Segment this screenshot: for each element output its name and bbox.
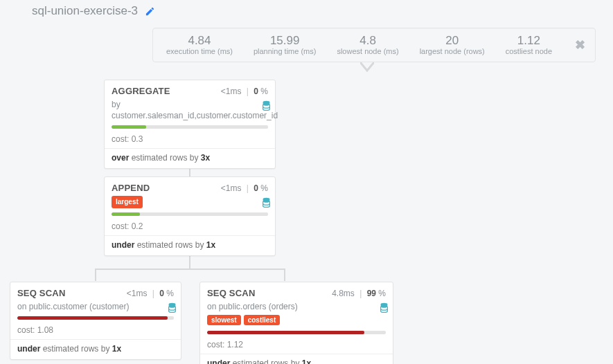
stat-largest-node[interactable]: 20 largest node (rows) [414,35,490,56]
tag-costliest: costliest [244,315,281,325]
node-bar [17,316,174,320]
node-bar [207,331,386,334]
node-metrics: <1ms | 0 % [221,87,268,96]
node-cost: cost: 1.12 [200,337,393,354]
database-icon[interactable] [168,302,177,316]
node-estimate: under estimated rows by 1x [105,236,275,255]
node-metrics: 4.8ms | 99 % [332,289,386,298]
node-cost: cost: 0.2 [105,219,275,236]
stats-bar: 4.84 execution time (ms) 15.99 planning … [152,28,596,62]
node-cost: cost: 1.08 [10,322,181,340]
node-operation: SEQ SCAN [17,288,66,298]
database-icon[interactable] [262,100,271,113]
stat-value: 4.84 [166,35,233,48]
stat-planning-time[interactable]: 15.99 planning time (ms) [248,35,321,56]
plan-node-append[interactable]: APPEND <1ms | 0 % largest cost: 0.2 unde… [104,176,276,256]
connector-line [189,256,190,269]
stat-label: execution time (ms) [166,47,233,55]
node-operation: APPEND [112,183,150,193]
node-subline: on public.customer (customer) [17,302,129,311]
database-icon[interactable] [262,197,271,210]
stat-label: planning time (ms) [254,47,316,55]
node-estimate: under estimated rows by 1x [10,340,181,359]
node-estimate: under estimated rows by 1x [200,354,393,364]
chevron-down-icon [360,62,374,72]
node-subline: on public.orders (orders) [207,302,298,311]
stat-label: slowest node (ms) [337,47,398,55]
node-operation: SEQ SCAN [207,288,256,298]
plan-node-seqscan-customer[interactable]: SEQ SCAN <1ms | 0 % on public.customer (… [10,282,181,360]
stat-slowest-node[interactable]: 4.8 slowest node (ms) [331,35,404,56]
stat-costliest-node[interactable]: 1.12 costliest node [500,35,558,56]
stat-label: costliest node [506,47,552,55]
stat-label: largest node (rows) [420,47,485,55]
node-operation: AGGREGATE [112,86,170,96]
stat-execution-time[interactable]: 4.84 execution time (ms) [161,35,238,56]
plan-node-seqscan-orders[interactable]: SEQ SCAN 4.8ms | 99 % on public.orders (… [199,282,393,364]
plan-node-aggregate[interactable]: AGGREGATE <1ms | 0 % by customer.salesma… [104,80,276,169]
node-cost: cost: 0.3 [105,131,275,149]
stat-value: 4.8 [337,35,398,48]
database-icon[interactable] [380,302,389,316]
node-subline: by customer.salesman_id,customer.custome… [112,100,278,120]
node-estimate: over estimated rows by 3x [105,149,275,168]
connector-line [95,269,285,281]
node-bar [112,212,268,216]
stat-value: 20 [420,35,485,48]
page-title: sql-union-exercise-3 [32,4,138,18]
stat-value: 15.99 [254,35,316,48]
node-metrics: <1ms | 0 % [127,289,174,298]
edit-icon[interactable] [145,6,155,17]
node-metrics: <1ms | 0 % [221,183,268,193]
stat-value: 1.12 [506,35,552,48]
node-bar [112,125,268,129]
tag-slowest: slowest [207,315,241,325]
close-icon[interactable]: ✖ [565,37,595,53]
tag-largest: largest [112,196,143,208]
